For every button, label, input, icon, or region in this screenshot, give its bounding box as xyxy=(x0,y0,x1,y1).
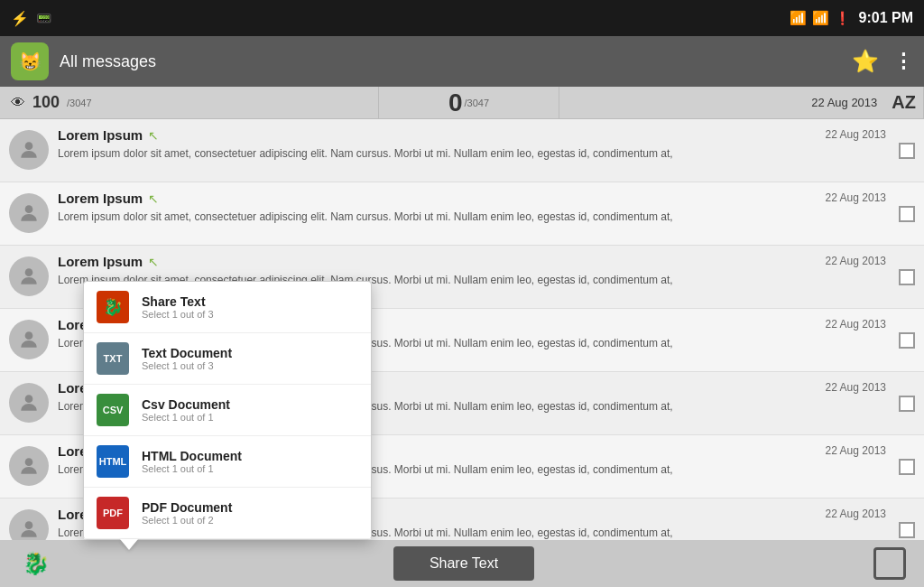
app-bar: 😸 All messages ⭐ ⋮ xyxy=(0,36,924,87)
sim-icon: 📟 xyxy=(36,11,51,25)
message-header: Lorem Ipsum ↖ 22 Aug 2013 xyxy=(58,253,915,269)
popup-text-csv-document: Csv Document Select 1 out of 1 xyxy=(142,397,230,423)
svg-point-3 xyxy=(25,331,33,340)
visible-count-suffix: /3047 xyxy=(67,98,92,108)
avatar xyxy=(9,320,49,359)
message-date: 22 Aug 2013 xyxy=(826,255,886,267)
alert-icon: ❗ xyxy=(835,11,850,25)
wifi-icon: 📶 xyxy=(790,10,807,26)
avatar xyxy=(9,446,49,486)
popup-item-title: HTML Document xyxy=(142,449,242,463)
message-checkbox[interactable] xyxy=(899,396,915,412)
popup-item-title: Text Document xyxy=(142,346,232,360)
reply-arrow-icon: ↖ xyxy=(148,191,159,206)
message-sender: Lorem Ipsum xyxy=(58,127,143,143)
reply-arrow-icon: ↖ xyxy=(148,128,159,143)
message-checkbox[interactable] xyxy=(899,522,915,538)
message-checkbox[interactable] xyxy=(899,143,915,159)
sub-header-date-text: 22 Aug 2013 xyxy=(811,96,877,109)
reply-arrow-icon: ↖ xyxy=(148,255,159,269)
app-logo-emoji: 😸 xyxy=(19,51,42,72)
sub-header: 👁 100 /3047 0 /3047 22 Aug 2013 AZ xyxy=(0,87,924,119)
message-date: 22 Aug 2013 xyxy=(826,191,886,204)
popup-item-pdf-document[interactable]: PDF PDF Document Select 1 out of 2 xyxy=(84,488,371,539)
sub-header-date: 22 Aug 2013 AZ xyxy=(559,87,924,118)
popup-text-share-text: Share Text Select 1 out of 3 xyxy=(142,294,214,320)
person-icon xyxy=(17,138,41,162)
message-content: Lorem Ipsum ↖ 22 Aug 2013 Lorem ipsum do… xyxy=(58,190,915,225)
bottom-logo-emoji: 🐉 xyxy=(23,551,50,576)
az-sort-icon[interactable]: AZ xyxy=(892,92,916,113)
message-header: Lorem Ipsum ↖ 22 Aug 2013 xyxy=(58,126,915,143)
popup-arrow xyxy=(120,539,138,550)
svg-point-5 xyxy=(25,458,33,466)
message-date: 22 Aug 2013 xyxy=(826,381,886,394)
svg-point-4 xyxy=(25,395,33,403)
avatar xyxy=(9,509,49,540)
person-icon xyxy=(17,517,41,540)
avatar xyxy=(9,256,49,296)
sub-header-zero: 0 /3047 xyxy=(379,87,559,118)
message-checkbox[interactable] xyxy=(899,459,915,475)
usb-icon: ⚡ xyxy=(11,10,29,27)
visible-count: 100 xyxy=(32,93,60,112)
message-content: Lorem Ipsum ↖ 22 Aug 2013 Lorem ipsum do… xyxy=(58,126,915,162)
share-text-button[interactable]: Share Text xyxy=(393,546,534,581)
svg-point-1 xyxy=(25,205,33,213)
person-icon xyxy=(17,265,41,288)
message-checkbox[interactable] xyxy=(899,269,915,285)
popup-icon-share: 🐉 xyxy=(97,291,129,323)
zero-count: 0 xyxy=(448,89,463,117)
avatar xyxy=(9,383,49,423)
message-row[interactable]: Lorem Ipsum ↖ 22 Aug 2013 Lorem ipsum do… xyxy=(0,182,924,246)
message-date: 22 Aug 2013 xyxy=(826,444,886,457)
star-icon[interactable]: ⭐ xyxy=(852,49,879,74)
popup-item-title: Csv Document xyxy=(142,397,230,412)
message-checkbox[interactable] xyxy=(899,206,915,222)
popup-icon-txt: TXT xyxy=(97,342,129,375)
message-date: 22 Aug 2013 xyxy=(826,318,886,331)
message-row[interactable]: Lorem Ipsum ↖ 22 Aug 2013 Lorem ipsum do… xyxy=(0,119,924,182)
popup-item-share-text[interactable]: 🐉 Share Text Select 1 out of 3 xyxy=(84,282,371,333)
popup-item-subtitle: Select 1 out of 3 xyxy=(142,309,214,320)
person-icon xyxy=(17,328,41,351)
bottom-bar: 🐉 Share Text xyxy=(0,540,924,587)
status-left-icons: ⚡ 📟 xyxy=(11,10,51,27)
app-bar-icons: ⭐ ⋮ xyxy=(852,49,913,74)
svg-point-2 xyxy=(25,268,33,276)
avatar xyxy=(9,130,49,170)
message-preview: Lorem ipsum dolor sit amet, consectetuer… xyxy=(58,146,834,162)
popup-item-text-document[interactable]: TXT Text Document Select 1 out of 3 xyxy=(84,333,371,385)
message-date: 22 Aug 2013 xyxy=(826,508,886,520)
popup-text-text-document: Text Document Select 1 out of 3 xyxy=(142,346,232,371)
popup-item-csv-document[interactable]: CSV Csv Document Select 1 out of 1 xyxy=(84,385,371,436)
svg-point-6 xyxy=(25,521,33,529)
popup-item-title: PDF Document xyxy=(142,500,232,515)
status-right-icons: 📶 📶 ❗ 9:01 PM xyxy=(790,10,913,26)
popup-item-subtitle: Select 1 out of 3 xyxy=(142,360,232,371)
square-icon[interactable] xyxy=(873,547,906,580)
signal-icon: 📶 xyxy=(812,10,829,26)
popup-item-subtitle: Select 1 out of 2 xyxy=(142,515,232,526)
message-preview: Lorem ipsum dolor sit amet, consectetuer… xyxy=(58,210,834,225)
sub-header-count: 👁 100 /3047 xyxy=(0,87,379,118)
app-logo: 😸 xyxy=(11,42,49,80)
eye-icon: 👁 xyxy=(11,95,25,111)
popup-text-html-document: HTML Document Select 1 out of 1 xyxy=(142,449,242,474)
app-title: All messages xyxy=(60,52,841,71)
status-bar: ⚡ 📟 📶 📶 ❗ 9:01 PM xyxy=(0,0,924,36)
share-popup: 🐉 Share Text Select 1 out of 3 TXT Text … xyxy=(83,281,372,540)
message-date: 22 Aug 2013 xyxy=(826,128,886,141)
svg-point-0 xyxy=(25,142,33,150)
person-icon xyxy=(17,391,41,415)
popup-item-subtitle: Select 1 out of 1 xyxy=(142,463,242,474)
bottom-logo: 🐉 xyxy=(18,545,54,582)
popup-text-pdf-document: PDF Document Select 1 out of 2 xyxy=(142,500,232,526)
popup-icon-pdf: PDF xyxy=(97,497,129,529)
popup-icon-html: HTML xyxy=(97,445,129,478)
message-checkbox[interactable] xyxy=(899,332,915,349)
message-header: Lorem Ipsum ↖ 22 Aug 2013 xyxy=(58,190,915,206)
message-sender: Lorem Ipsum xyxy=(58,191,143,206)
popup-item-html-document[interactable]: HTML HTML Document Select 1 out of 1 xyxy=(84,436,371,488)
overflow-menu-icon[interactable]: ⋮ xyxy=(893,50,913,73)
